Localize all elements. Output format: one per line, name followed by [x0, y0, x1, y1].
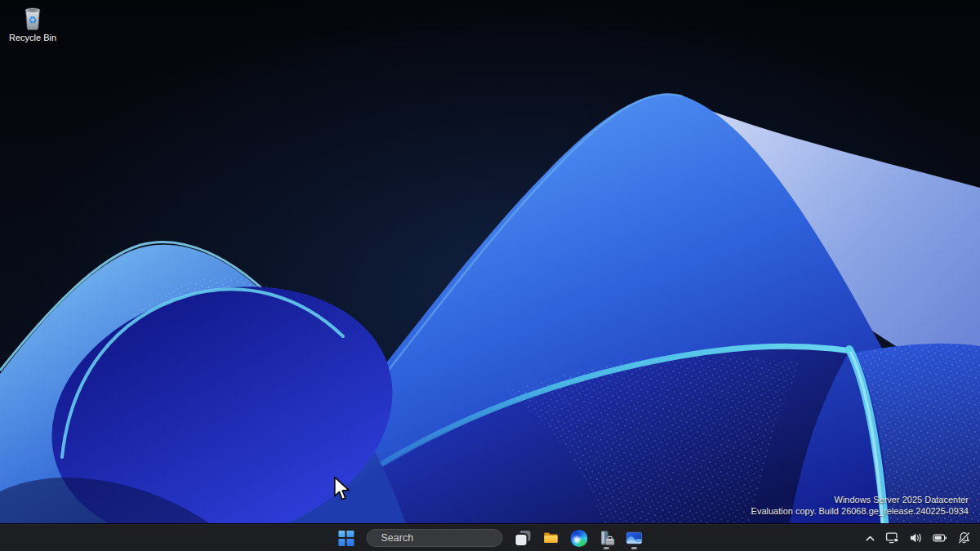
windows-start-icon [338, 531, 354, 546]
running-indicator [631, 547, 637, 549]
taskbar [0, 523, 980, 551]
taskbar-app-server-manager[interactable] [595, 526, 619, 550]
wallpaper-bloom [0, 0, 980, 551]
server-manager-icon [597, 529, 616, 548]
chevron-up-icon [865, 533, 875, 544]
running-indicator [604, 547, 609, 549]
bloom-window-icon [626, 529, 644, 547]
volume-icon [909, 531, 923, 544]
taskbar-app-bloom-window[interactable] [622, 526, 647, 550]
tray-volume-button[interactable] [905, 527, 927, 549]
recycle-bin-icon: ♻ [19, 5, 47, 31]
notification-bell-off-icon [957, 531, 971, 544]
search-box[interactable] [367, 529, 503, 547]
svg-text:♻: ♻ [28, 14, 37, 26]
system-tray [861, 524, 975, 551]
evaluation-watermark: Windows Server 2025 Datacenter Evaluatio… [751, 495, 969, 517]
battery-icon [933, 531, 947, 544]
start-button[interactable] [334, 526, 359, 550]
desktop-icon-recycle-bin[interactable]: ♻ Recycle Bin [3, 5, 62, 42]
taskbar-app-task-view[interactable] [511, 526, 536, 550]
tray-hidden-icons-button[interactable] [861, 527, 880, 549]
ethernet-network-icon [885, 531, 899, 544]
taskbar-app-microsoft-edge[interactable] [567, 526, 591, 550]
watermark-line1: Windows Server 2025 Datacenter [751, 495, 969, 506]
edge-icon [570, 530, 587, 547]
task-view-icon [515, 530, 532, 546]
search-input[interactable] [381, 532, 513, 544]
file-explorer-icon [542, 529, 560, 547]
tray-notifications-button[interactable] [953, 527, 975, 549]
desktop-icon-label: Recycle Bin [9, 33, 56, 42]
tray-network-button[interactable] [881, 527, 903, 549]
taskbar-app-file-explorer[interactable] [539, 526, 564, 550]
watermark-line2: Evaluation copy. Build 26068.ge_release.… [751, 506, 969, 518]
tray-battery-button[interactable] [929, 527, 951, 549]
desktop-surface[interactable]: ♻ Recycle Bin Windows Server 2025 Datace… [0, 0, 980, 551]
